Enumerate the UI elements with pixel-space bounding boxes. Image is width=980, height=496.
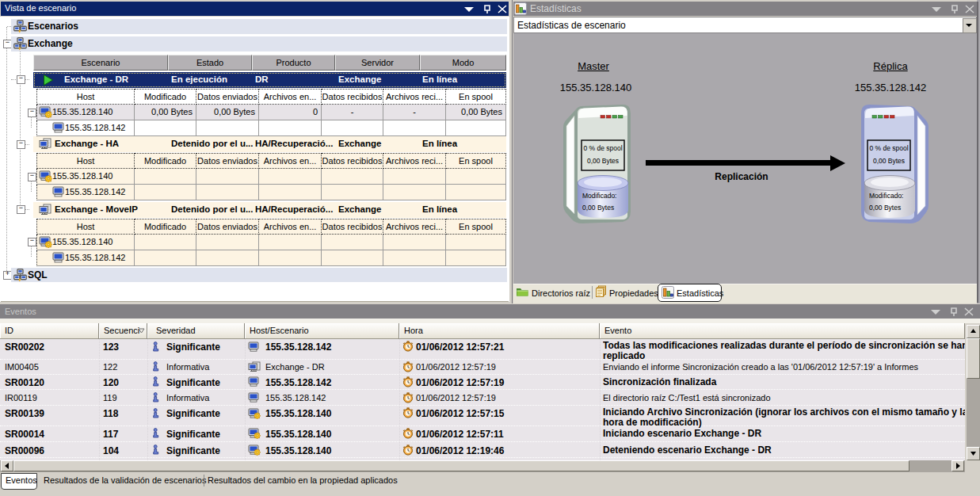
svg-text:0 % de spool: 0 % de spool — [869, 144, 908, 152]
svg-text:0 % de spool: 0 % de spool — [583, 144, 622, 152]
svg-text:0,00 Bytes: 0,00 Bytes — [869, 204, 901, 212]
svg-text:0,00 Bytes: 0,00 Bytes — [582, 204, 614, 212]
svg-text:Modificado:: Modificado: — [582, 192, 616, 200]
svg-text:0,00 Bytes: 0,00 Bytes — [873, 157, 905, 165]
svg-text:0,00 Bytes: 0,00 Bytes — [587, 157, 619, 165]
svg-text:Modificado:: Modificado: — [869, 192, 903, 200]
